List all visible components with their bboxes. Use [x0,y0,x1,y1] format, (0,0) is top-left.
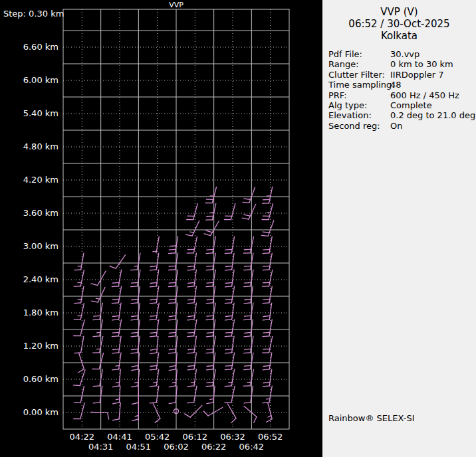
scan-datetime: 06:52 / 30-Oct-2025 [322,18,476,30]
parameter-label: Time sampling: [328,80,390,90]
chart-title: VVP [63,1,289,9]
parameter-label: Clutter Filter: [328,70,390,80]
parameter-row: Pdf File:30.vvp [328,49,476,59]
wind-barb [185,405,202,417]
wind-barb [187,353,196,370]
parameter-label: Second reg: [328,121,390,131]
parameter-label: PRF: [328,90,390,100]
wind-barb [244,406,257,422]
wind-barb [132,386,139,404]
wind-barb [92,353,103,369]
vvp-radar-window: Step: 0.30 km VVP 6.60 km6.00 km5.40 km4… [0,0,476,457]
wind-barb [263,336,273,353]
wind-barb [112,403,120,420]
parameter-value: On [390,121,476,131]
wind-barb [204,221,219,236]
y-tick-label: 5.40 km [0,108,59,119]
wind-barb [225,253,234,270]
y-tick-label: 3.00 km [0,241,59,252]
parameter-value: 0.2 deg to 21.0 deg [390,110,476,120]
wind-barb [132,403,139,420]
step-label: Step: 0.30 km [3,9,64,19]
wind-barb [169,386,177,403]
y-tick-label: 4.80 km [0,141,59,152]
wind-barb [261,221,273,236]
wind-barb [150,386,158,403]
wind-barb [150,336,158,353]
parameter-row: PRF:600 Hz / 450 Hz [328,90,476,100]
wind-barb [262,204,273,220]
wind-barb [224,204,235,220]
wind-barb [132,353,140,370]
wind-barb [74,270,84,286]
wind-barb [187,253,196,270]
parameter-value: 600 Hz / 450 Hz [390,90,476,100]
wind-barb [150,320,158,337]
wind-barb [132,369,140,387]
wind-barb [91,271,106,286]
parameter-row: Second reg:On [328,121,476,131]
product-title: VVP (V) [322,6,476,18]
parameter-value: Complete [390,100,476,110]
wind-barb [263,270,273,286]
parameter-label: Alg type: [328,100,390,110]
y-tick-label: 6.00 km [0,75,59,86]
wind-barb [185,221,199,236]
wind-barb [74,386,84,403]
parameter-label: Elevation: [328,110,390,120]
parameter-row: Clutter Filter:IIRDoppler 7 [328,70,476,80]
wind-barb [206,203,216,220]
wind-barb [243,369,253,386]
wind-barb [263,286,272,303]
wind-barb [150,253,158,270]
brand-footer: Rainbow® SELEX-SI [328,413,415,423]
parameter-value: 30.vvp [390,49,476,59]
wind-barb [112,353,121,370]
parameter-row: Range:0 km to 30 km [328,59,476,69]
x-tick-label: 04:31 [88,442,113,452]
wind-barb [263,236,272,253]
x-tick-label: 04:22 [70,432,94,442]
parameter-value: 0 km to 30 km [390,59,476,69]
wind-barb [91,412,109,419]
wind-barb-chart [0,0,322,457]
x-tick-label: 06:42 [239,442,264,452]
wind-barb [207,386,215,403]
wind-barb [187,286,196,304]
wind-barb [263,187,273,203]
wind-barb [225,386,235,403]
wind-barb [74,303,84,320]
wind-barb [153,236,159,253]
x-tick-label: 06:02 [164,442,188,452]
wind-barb [225,286,234,303]
wind-barb [203,408,223,416]
y-tick-label: 1.80 km [0,308,59,318]
y-tick-label: 3.60 km [0,208,59,219]
parameter-row: Alg type:Complete [328,100,476,110]
wind-barb [113,386,120,404]
site-name: Kolkata [322,30,476,42]
parameter-value: IIRDoppler 7 [390,70,476,80]
x-tick-label: 05:42 [145,432,170,442]
wind-barb [150,303,159,320]
parameter-row: Time sampling:48 [328,80,476,90]
wind-barb [112,286,121,303]
wind-barb [74,286,84,303]
wind-barb [205,187,216,203]
x-tick-label: 06:12 [183,432,207,442]
wind-barb [93,336,103,353]
x-tick-label: 06:52 [258,432,283,442]
x-tick-label: 06:32 [220,432,245,442]
parameter-label: Pdf File: [328,49,390,59]
wind-barb [74,403,84,419]
wind-barb [187,204,197,220]
info-panel: VVP (V) 06:52 / 30-Oct-2025 Kolkata Pdf … [322,0,476,457]
wind-barb [242,204,255,219]
wind-barb [225,369,234,386]
wind-barb [243,187,255,203]
y-tick-label: 2.40 km [0,274,59,285]
wind-barb [92,287,105,302]
wind-barb [150,353,158,370]
y-tick-label: 0.60 km [0,374,59,385]
wind-barb [228,404,237,423]
